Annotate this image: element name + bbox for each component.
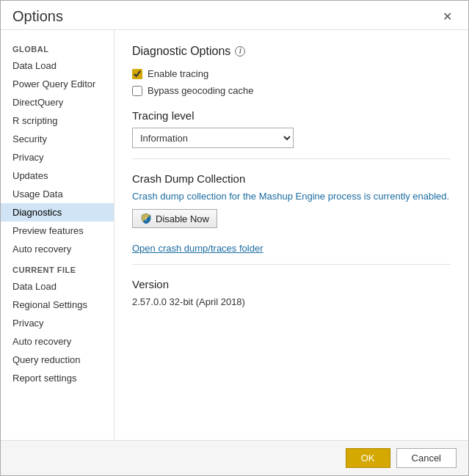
main-content: Diagnostic Options i Enable tracing Bypa… — [114, 30, 468, 440]
sidebar-item-cf-report-settings[interactable]: Report settings — [1, 369, 114, 387]
divider-1 — [132, 158, 451, 159]
bypass-geocoding-label[interactable]: Bypass geocoding cache — [148, 85, 254, 96]
tracing-level-select[interactable]: Information Verbose Warning Error — [132, 128, 294, 148]
sidebar-item-usage-data[interactable]: Usage Data — [1, 185, 114, 203]
sidebar-item-cf-data-load[interactable]: Data Load — [1, 277, 114, 296]
divider-2 — [132, 264, 451, 265]
sidebar-item-updates[interactable]: Updates — [1, 166, 114, 185]
sidebar: GLOBAL Data Load Power Query Editor Dire… — [1, 30, 114, 440]
enable-tracing-checkbox[interactable] — [132, 69, 142, 79]
enable-tracing-label[interactable]: Enable tracing — [148, 68, 208, 79]
sidebar-item-privacy[interactable]: Privacy — [1, 148, 114, 166]
sidebar-item-cf-auto-recovery[interactable]: Auto recovery — [1, 332, 114, 351]
sidebar-item-direct-query[interactable]: DirectQuery — [1, 93, 114, 111]
shield-icon: ! — [140, 213, 152, 224]
version-title: Version — [132, 278, 451, 290]
dialog-title: Options — [12, 8, 63, 25]
sidebar-item-preview-features[interactable]: Preview features — [1, 221, 114, 240]
diagnostic-options-title: Diagnostic Options i — [132, 45, 451, 58]
disable-now-label: Disable Now — [156, 213, 209, 224]
tracing-level-row: Information Verbose Warning Error — [132, 128, 451, 148]
title-bar: Options ✕ — [1, 1, 468, 29]
ok-button[interactable]: OK — [346, 448, 390, 468]
svg-text:!: ! — [145, 216, 147, 221]
sidebar-item-cf-privacy[interactable]: Privacy — [1, 314, 114, 332]
dialog-footer: OK Cancel — [1, 440, 468, 475]
sidebar-item-auto-recovery-global[interactable]: Auto recovery — [1, 240, 114, 258]
bypass-geocoding-checkbox[interactable] — [132, 86, 142, 96]
sidebar-item-diagnostics[interactable]: Diagnostics — [1, 203, 114, 221]
global-section-label: GLOBAL — [1, 37, 114, 56]
sidebar-item-cf-query-reduction[interactable]: Query reduction — [1, 351, 114, 369]
dialog-body: GLOBAL Data Load Power Query Editor Dire… — [1, 29, 468, 440]
info-icon: i — [235, 46, 245, 56]
tracing-level-title: Tracing level — [132, 109, 451, 122]
crash-dump-description: Crash dump collection for the Mashup Eng… — [132, 191, 451, 202]
sidebar-item-security[interactable]: Security — [1, 130, 114, 148]
options-dialog: Options ✕ GLOBAL Data Load Power Query E… — [0, 0, 469, 476]
bypass-geocoding-row: Bypass geocoding cache — [132, 85, 451, 96]
sidebar-item-power-query-editor[interactable]: Power Query Editor — [1, 75, 114, 93]
open-folder-link[interactable]: Open crash dump/traces folder — [132, 243, 263, 254]
sidebar-item-data-load[interactable]: Data Load — [1, 56, 114, 75]
disable-now-button[interactable]: ! Disable Now — [132, 209, 217, 228]
enable-tracing-row: Enable tracing — [132, 68, 451, 79]
version-value: 2.57.0.0 32-bit (April 2018) — [132, 296, 451, 307]
sidebar-item-cf-regional-settings[interactable]: Regional Settings — [1, 296, 114, 314]
current-file-section-label: CURRENT FILE — [1, 258, 114, 277]
cancel-button[interactable]: Cancel — [396, 448, 457, 468]
close-button[interactable]: ✕ — [438, 8, 457, 25]
crash-dump-title: Crash Dump Collection — [132, 172, 451, 185]
sidebar-item-r-scripting[interactable]: R scripting — [1, 111, 114, 130]
